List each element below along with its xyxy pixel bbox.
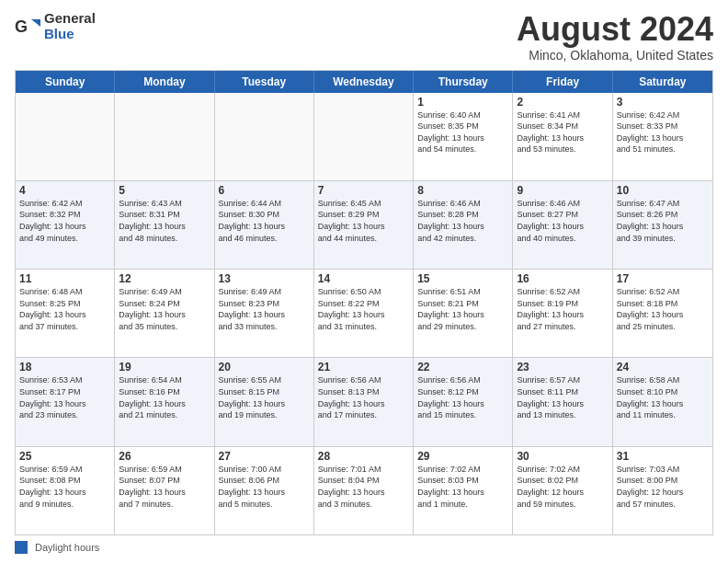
svg-marker-1 xyxy=(31,19,40,27)
day-info: Sunrise: 6:44 AM Sunset: 8:30 PM Dayligh… xyxy=(219,198,310,244)
day-number: 4 xyxy=(19,184,110,197)
calendar-cell: 27Sunrise: 7:00 AM Sunset: 8:06 PM Dayli… xyxy=(215,447,314,534)
calendar-cell: 11Sunrise: 6:48 AM Sunset: 8:25 PM Dayli… xyxy=(16,270,115,357)
day-number: 29 xyxy=(417,450,508,463)
day-number: 13 xyxy=(219,272,310,285)
calendar-cell: 10Sunrise: 6:47 AM Sunset: 8:26 PM Dayli… xyxy=(613,181,712,269)
day-info: Sunrise: 6:54 AM Sunset: 8:16 PM Dayligh… xyxy=(119,374,210,420)
legend-label: Daylight hours xyxy=(35,542,99,553)
day-number: 25 xyxy=(19,450,110,463)
day-number: 19 xyxy=(119,361,210,373)
day-number: 20 xyxy=(219,361,310,373)
day-number: 27 xyxy=(219,450,310,463)
logo-blue-text: Blue xyxy=(44,27,96,42)
day-number: 3 xyxy=(617,96,709,109)
calendar-week: 1Sunrise: 6:40 AM Sunset: 8:35 PM Daylig… xyxy=(16,93,712,181)
day-number: 1 xyxy=(417,96,508,109)
calendar-header-cell: Saturday xyxy=(613,71,712,93)
calendar-cell: 28Sunrise: 7:01 AM Sunset: 8:04 PM Dayli… xyxy=(314,447,414,534)
calendar-cell: 6Sunrise: 6:44 AM Sunset: 8:30 PM Daylig… xyxy=(215,181,314,269)
day-number: 31 xyxy=(617,450,709,463)
calendar-cell: 1Sunrise: 6:40 AM Sunset: 8:35 PM Daylig… xyxy=(414,93,513,180)
calendar-cell: 26Sunrise: 6:59 AM Sunset: 8:07 PM Dayli… xyxy=(115,447,214,534)
calendar-cell: 12Sunrise: 6:49 AM Sunset: 8:24 PM Dayli… xyxy=(115,270,214,357)
day-info: Sunrise: 6:48 AM Sunset: 8:25 PM Dayligh… xyxy=(19,286,110,332)
logo-icon: G xyxy=(15,14,40,40)
calendar-header-row: SundayMondayTuesdayWednesdayThursdayFrid… xyxy=(16,71,712,93)
calendar-cell: 22Sunrise: 6:56 AM Sunset: 8:12 PM Dayli… xyxy=(414,358,513,445)
day-number: 18 xyxy=(19,361,110,373)
calendar-cell: 15Sunrise: 6:51 AM Sunset: 8:21 PM Dayli… xyxy=(414,270,513,357)
day-number: 30 xyxy=(517,450,608,463)
day-info: Sunrise: 6:50 AM Sunset: 8:22 PM Dayligh… xyxy=(318,286,409,332)
calendar-cell: 30Sunrise: 7:02 AM Sunset: 8:02 PM Dayli… xyxy=(513,447,612,534)
day-info: Sunrise: 7:01 AM Sunset: 8:04 PM Dayligh… xyxy=(318,464,409,510)
main-title: August 2024 xyxy=(517,11,713,48)
calendar-cell: 16Sunrise: 6:52 AM Sunset: 8:19 PM Dayli… xyxy=(513,270,612,357)
calendar-cell: 13Sunrise: 6:49 AM Sunset: 8:23 PM Dayli… xyxy=(215,270,314,357)
calendar-week: 11Sunrise: 6:48 AM Sunset: 8:25 PM Dayli… xyxy=(16,270,712,358)
day-info: Sunrise: 7:03 AM Sunset: 8:00 PM Dayligh… xyxy=(617,464,709,510)
day-info: Sunrise: 6:52 AM Sunset: 8:18 PM Dayligh… xyxy=(617,286,709,332)
calendar-cell: 9Sunrise: 6:46 AM Sunset: 8:27 PM Daylig… xyxy=(513,181,612,269)
day-number: 10 xyxy=(617,184,709,197)
day-number: 14 xyxy=(318,272,409,285)
day-info: Sunrise: 6:47 AM Sunset: 8:26 PM Dayligh… xyxy=(617,198,709,244)
day-number: 16 xyxy=(517,272,608,285)
day-info: Sunrise: 6:51 AM Sunset: 8:21 PM Dayligh… xyxy=(417,286,508,332)
title-block: August 2024 Minco, Oklahoma, United Stat… xyxy=(517,11,713,63)
day-info: Sunrise: 6:45 AM Sunset: 8:29 PM Dayligh… xyxy=(318,198,409,244)
day-info: Sunrise: 6:46 AM Sunset: 8:28 PM Dayligh… xyxy=(417,198,508,244)
calendar-cell: 23Sunrise: 6:57 AM Sunset: 8:11 PM Dayli… xyxy=(513,358,612,445)
day-info: Sunrise: 6:55 AM Sunset: 8:15 PM Dayligh… xyxy=(219,374,310,420)
calendar-cell-empty xyxy=(16,93,115,180)
calendar-cell-empty xyxy=(115,93,214,180)
calendar-week: 4Sunrise: 6:42 AM Sunset: 8:32 PM Daylig… xyxy=(16,181,712,270)
calendar-cell: 25Sunrise: 6:59 AM Sunset: 8:08 PM Dayli… xyxy=(16,447,115,534)
calendar-cell: 18Sunrise: 6:53 AM Sunset: 8:17 PM Dayli… xyxy=(16,358,115,445)
calendar-header-cell: Friday xyxy=(513,71,612,93)
logo-general-text: General xyxy=(44,11,96,27)
day-number: 22 xyxy=(417,361,508,373)
day-info: Sunrise: 7:02 AM Sunset: 8:02 PM Dayligh… xyxy=(517,464,608,510)
day-number: 17 xyxy=(617,272,709,285)
day-number: 28 xyxy=(318,450,409,463)
calendar-header-cell: Thursday xyxy=(414,71,513,93)
day-number: 23 xyxy=(517,361,608,373)
calendar-cell-empty xyxy=(215,93,314,180)
calendar-cell: 2Sunrise: 6:41 AM Sunset: 8:34 PM Daylig… xyxy=(513,93,612,180)
calendar-week: 25Sunrise: 6:59 AM Sunset: 8:08 PM Dayli… xyxy=(16,447,712,534)
day-info: Sunrise: 6:49 AM Sunset: 8:23 PM Dayligh… xyxy=(219,286,310,332)
day-info: Sunrise: 6:43 AM Sunset: 8:31 PM Dayligh… xyxy=(119,198,210,244)
calendar-cell: 7Sunrise: 6:45 AM Sunset: 8:29 PM Daylig… xyxy=(314,181,414,269)
calendar-cell: 17Sunrise: 6:52 AM Sunset: 8:18 PM Dayli… xyxy=(613,270,712,357)
day-info: Sunrise: 6:46 AM Sunset: 8:27 PM Dayligh… xyxy=(517,198,608,244)
day-number: 21 xyxy=(318,361,409,373)
calendar-header-cell: Wednesday xyxy=(314,71,414,93)
day-info: Sunrise: 6:41 AM Sunset: 8:34 PM Dayligh… xyxy=(517,109,608,155)
day-info: Sunrise: 6:59 AM Sunset: 8:08 PM Dayligh… xyxy=(19,464,110,510)
day-number: 6 xyxy=(219,184,310,197)
day-number: 7 xyxy=(318,184,409,197)
day-info: Sunrise: 6:42 AM Sunset: 8:32 PM Dayligh… xyxy=(19,198,110,244)
day-info: Sunrise: 6:56 AM Sunset: 8:12 PM Dayligh… xyxy=(417,374,508,420)
day-number: 24 xyxy=(617,361,709,373)
calendar-cell: 19Sunrise: 6:54 AM Sunset: 8:16 PM Dayli… xyxy=(115,358,214,445)
day-info: Sunrise: 6:57 AM Sunset: 8:11 PM Dayligh… xyxy=(517,374,608,420)
day-info: Sunrise: 7:02 AM Sunset: 8:03 PM Dayligh… xyxy=(417,464,508,510)
logo: G General Blue xyxy=(15,11,96,41)
logo-text: General Blue xyxy=(44,11,96,41)
calendar: SundayMondayTuesdayWednesdayThursdayFrid… xyxy=(15,70,713,535)
day-number: 2 xyxy=(517,96,608,109)
day-info: Sunrise: 6:40 AM Sunset: 8:35 PM Dayligh… xyxy=(417,109,508,155)
svg-text:G: G xyxy=(15,17,28,36)
calendar-cell-empty xyxy=(314,93,414,180)
legend-box xyxy=(15,541,28,554)
calendar-header-cell: Monday xyxy=(115,71,214,93)
day-number: 26 xyxy=(119,450,210,463)
subtitle: Minco, Oklahoma, United States xyxy=(517,48,713,63)
day-info: Sunrise: 6:58 AM Sunset: 8:10 PM Dayligh… xyxy=(617,374,709,420)
day-info: Sunrise: 6:49 AM Sunset: 8:24 PM Dayligh… xyxy=(119,286,210,332)
calendar-body: 1Sunrise: 6:40 AM Sunset: 8:35 PM Daylig… xyxy=(16,93,712,534)
day-number: 15 xyxy=(417,272,508,285)
